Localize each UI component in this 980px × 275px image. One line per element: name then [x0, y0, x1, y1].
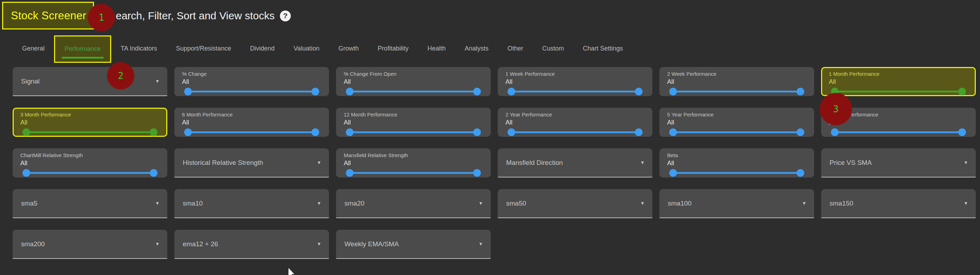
tab-chart-settings[interactable]: Chart Settings — [573, 34, 632, 63]
filter-sma10[interactable]: sma10 ▼ — [174, 189, 329, 218]
filter-sma5[interactable]: sma5 ▼ — [13, 189, 167, 218]
slider-handle-min[interactable] — [346, 129, 353, 136]
range-slider[interactable] — [506, 128, 645, 137]
chevron-down-icon[interactable]: ▼ — [640, 148, 645, 177]
help-icon[interactable]: ? — [280, 11, 291, 21]
mouse-cursor — [288, 268, 297, 275]
filter-range-label: % Change From Open — [344, 71, 483, 78]
slider-handle-max[interactable] — [473, 169, 481, 177]
filter-range-value: All — [182, 78, 321, 86]
range-slider[interactable] — [667, 128, 807, 137]
chevron-down-icon[interactable]: ▼ — [640, 189, 645, 218]
slider-handle-max[interactable] — [958, 88, 966, 95]
tab-ta-indicators[interactable]: TA Indicators — [111, 34, 167, 63]
filter-weekly-ema-sma[interactable]: Weekly EMA/SMA ▼ — [336, 230, 491, 259]
slider-handle-min[interactable] — [508, 88, 515, 95]
range-slider[interactable] — [20, 128, 159, 137]
slider-handle-min[interactable] — [22, 169, 30, 177]
tab-profitability[interactable]: Profitability — [368, 34, 418, 63]
tab-label: Chart Settings — [583, 45, 623, 52]
chevron-down-icon[interactable]: ▼ — [479, 230, 483, 258]
range-slider[interactable] — [667, 169, 807, 177]
chevron-down-icon[interactable]: ▼ — [317, 148, 321, 177]
page-subtitle-wrap: earch, Filter, Sort and View stocks ? — [116, 0, 291, 32]
range-slider[interactable] — [344, 128, 483, 137]
slider-handle-max[interactable] — [958, 129, 966, 136]
chevron-down-icon[interactable]: ▼ — [155, 189, 159, 218]
slider-handle-max[interactable] — [635, 129, 643, 136]
tab-analysts[interactable]: Analysts — [455, 34, 498, 63]
slider-handle-max[interactable] — [312, 129, 319, 136]
chevron-down-icon[interactable]: ▼ — [802, 189, 807, 218]
filter-signal[interactable]: Signal ▼ — [13, 67, 167, 96]
filter-sma100[interactable]: sma100 ▼ — [659, 189, 814, 218]
range-slider[interactable] — [667, 87, 807, 96]
chevron-down-icon[interactable]: ▼ — [317, 230, 321, 258]
slider-handle-max[interactable] — [797, 129, 804, 136]
filter-2-year-performance: 2 Year Performance All — [498, 108, 652, 137]
chevron-down-icon[interactable]: ▼ — [964, 148, 968, 177]
filter-historical-relative-strength[interactable]: Historical Relative Strength ▼ — [174, 148, 329, 178]
slider-handle-max[interactable] — [312, 88, 319, 95]
filter-range-label: Beta — [667, 152, 807, 159]
tab-growth[interactable]: Growth — [329, 34, 368, 63]
tab-other[interactable]: Other — [498, 34, 533, 63]
slider-handle-max[interactable] — [797, 169, 804, 177]
slider-handle-max[interactable] — [473, 88, 481, 95]
tab-dividend[interactable]: Dividend — [240, 34, 284, 63]
slider-handle-max[interactable] — [797, 88, 804, 95]
range-slider[interactable] — [506, 87, 645, 96]
slider-handle-min[interactable] — [184, 88, 192, 95]
tab-custom[interactable]: Custom — [533, 34, 573, 63]
range-slider[interactable] — [20, 169, 159, 177]
filter-range-value: All — [20, 119, 159, 126]
filter-range-label: 12 Month Performance — [344, 111, 483, 118]
chevron-down-icon[interactable]: ▼ — [155, 67, 159, 95]
range-slider[interactable] — [829, 128, 968, 137]
chevron-down-icon[interactable]: ▼ — [479, 189, 483, 218]
range-slider[interactable] — [182, 128, 321, 137]
filter-range-value: All — [667, 160, 807, 167]
slider-handle-max[interactable] — [150, 129, 158, 136]
slider-handle-min[interactable] — [346, 169, 353, 177]
filter-chartmill-relative-strength: ChartMill Relative Strength All — [13, 148, 167, 178]
filter-mansfield-direction[interactable]: Mansfield Direction ▼ — [498, 148, 652, 178]
filter-sma20[interactable]: sma20 ▼ — [336, 189, 491, 218]
annotation-number: 2 — [118, 70, 124, 81]
slider-handle-min[interactable] — [22, 129, 30, 136]
tab-health[interactable]: Health — [418, 34, 455, 63]
tab-valuation[interactable]: Valuation — [284, 34, 329, 63]
chevron-down-icon[interactable]: ▼ — [964, 189, 968, 218]
slider-handle-min[interactable] — [508, 129, 515, 136]
slider-handle-max[interactable] — [150, 169, 158, 177]
filter-change-from-open: % Change From Open All — [336, 67, 491, 96]
filter-select-label: Historical Relative Strength — [183, 148, 263, 177]
slider-handle-max[interactable] — [473, 129, 481, 136]
filter-mansfield-relative-strength: Mansfield Relative Strength All — [336, 148, 491, 178]
tab-support-resistance[interactable]: Support/Resistance — [167, 34, 240, 63]
range-slider[interactable] — [344, 169, 483, 177]
range-slider[interactable] — [182, 87, 321, 96]
annotation-marker-3: 3 — [820, 93, 852, 125]
filter-sma200[interactable]: sma200 ▼ — [13, 230, 167, 259]
slider-handle-min[interactable] — [669, 129, 677, 136]
tab-general[interactable]: General — [13, 34, 54, 63]
filter-range-label: Mansfield Relative Strength — [344, 152, 483, 159]
slider-handle-min[interactable] — [669, 88, 677, 95]
slider-handle-min[interactable] — [669, 169, 677, 177]
tab-performance[interactable]: Performance — [54, 35, 111, 63]
slider-handle-min[interactable] — [184, 129, 192, 136]
range-slider[interactable] — [829, 87, 968, 96]
slider-handle-min[interactable] — [831, 129, 838, 136]
chevron-down-icon[interactable]: ▼ — [155, 230, 159, 258]
filter-sma50[interactable]: sma50 ▼ — [498, 189, 652, 218]
filter-sma150[interactable]: sma150 ▼ — [821, 189, 976, 218]
chevron-down-icon[interactable]: ▼ — [317, 189, 321, 218]
filter-price-vs-sma[interactable]: Price VS SMA ▼ — [821, 148, 976, 178]
range-slider[interactable] — [344, 87, 483, 96]
filter-ema12-26[interactable]: ema12 + 26 ▼ — [174, 230, 329, 259]
filter-range-label: 1 Week Performance — [506, 71, 645, 78]
filter-select-label: Mansfield Direction — [506, 148, 563, 177]
slider-handle-min[interactable] — [346, 88, 353, 95]
slider-handle-max[interactable] — [635, 88, 643, 95]
